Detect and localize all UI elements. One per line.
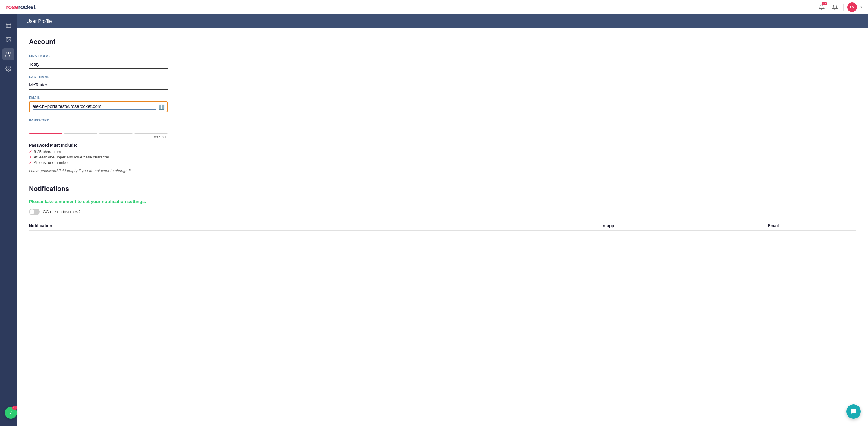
notification-table-header: Notification In-app Email (29, 221, 856, 231)
notif-col-notification: Notification (29, 223, 525, 228)
notification-prompt: Please take a moment to set your notific… (29, 199, 856, 204)
main-content: User Profile Account FIRST NAME LAST NAM… (17, 14, 868, 426)
first-name-field: FIRST NAME (29, 54, 167, 69)
email-info-icon[interactable]: ℹ️ (158, 104, 164, 110)
strength-bar-4 (134, 133, 168, 134)
notif-col-inapp: In-app (525, 223, 690, 228)
notif-col-email: Email (690, 223, 856, 228)
content-area: Account FIRST NAME LAST NAME EMAIL ℹ️ (17, 28, 868, 426)
req-item-number: ✗ At least one number (29, 160, 167, 165)
password-section: PASSWORD Too Short Password Must Include… (29, 119, 167, 173)
strength-bar-1 (29, 133, 62, 134)
last-name-input[interactable] (29, 80, 167, 90)
last-name-field: LAST NAME (29, 75, 167, 90)
app-body: User Profile Account FIRST NAME LAST NAM… (0, 14, 868, 426)
svg-point-5 (7, 52, 9, 54)
req-item-case: ✗ At least one upper and lowercase chara… (29, 155, 167, 159)
check-icon: ✓ (9, 409, 13, 416)
password-label: PASSWORD (29, 119, 167, 122)
account-section-title: Account (29, 38, 856, 46)
password-hint: Leave password field empty if you do not… (29, 168, 167, 173)
sidebar-item-documents[interactable] (2, 19, 14, 31)
svg-point-4 (7, 39, 8, 39)
email-input-wrapper: ℹ️ (29, 101, 167, 112)
nav-right: 47 TM ▾ (817, 2, 862, 12)
top-nav: roserocket 47 TM ▾ (0, 0, 868, 14)
notifications-button[interactable]: 47 (817, 2, 827, 12)
notification-badge: 47 (822, 2, 827, 5)
password-must-include: Password Must Include: (29, 143, 167, 148)
page-header: User Profile (17, 14, 868, 28)
email-field: EMAIL ℹ️ (29, 96, 167, 112)
req-text-length: 8-25 characters (34, 150, 61, 154)
alert-button[interactable] (830, 2, 840, 12)
req-item-length: ✗ 8-25 characters (29, 150, 167, 154)
password-requirements: Password Must Include: ✗ 8-25 characters… (29, 143, 167, 165)
last-name-label: LAST NAME (29, 75, 167, 78)
sidebar-item-settings[interactable] (2, 63, 14, 75)
first-name-input[interactable] (29, 60, 167, 69)
bottom-left-indicator[interactable]: ✓ 10 (5, 407, 17, 419)
notifications-section-title: Notifications (29, 185, 856, 193)
password-strength-label: Too Short (29, 135, 167, 139)
email-label: EMAIL (29, 96, 167, 99)
password-strength-bars (29, 133, 167, 134)
cc-invoices-toggle[interactable] (29, 209, 40, 215)
req-text-case: At least one upper and lowercase charact… (34, 155, 110, 159)
email-input[interactable] (33, 104, 156, 110)
logo-text: roserocket (6, 4, 35, 10)
logo: roserocket (6, 4, 35, 10)
password-input[interactable] (29, 125, 167, 130)
chat-icon (850, 408, 857, 415)
req-fail-icon-case: ✗ (29, 155, 32, 159)
sidebar-item-users[interactable] (2, 48, 14, 60)
cc-invoices-row: CC me on invoices? (29, 209, 856, 215)
req-text-number: At least one number (34, 160, 69, 165)
sidebar-item-gallery[interactable] (2, 34, 14, 46)
bottom-badge: 10 (12, 406, 18, 410)
req-fail-icon-number: ✗ (29, 161, 32, 165)
req-fail-icon-length: ✗ (29, 150, 32, 154)
strength-bar-2 (64, 133, 98, 134)
sidebar (0, 14, 17, 426)
chat-fab[interactable] (846, 404, 861, 419)
page-title: User Profile (27, 19, 52, 24)
nav-divider (843, 4, 844, 11)
alert-icon (832, 4, 838, 10)
cc-invoices-label: CC me on invoices? (43, 209, 81, 214)
svg-point-6 (8, 68, 9, 70)
chevron-down-icon[interactable]: ▾ (861, 5, 862, 9)
avatar-button[interactable]: TM (847, 2, 857, 12)
strength-bar-3 (99, 133, 133, 134)
notifications-section: Notifications Please take a moment to se… (29, 185, 856, 231)
svg-rect-0 (6, 23, 11, 28)
first-name-label: FIRST NAME (29, 54, 167, 58)
